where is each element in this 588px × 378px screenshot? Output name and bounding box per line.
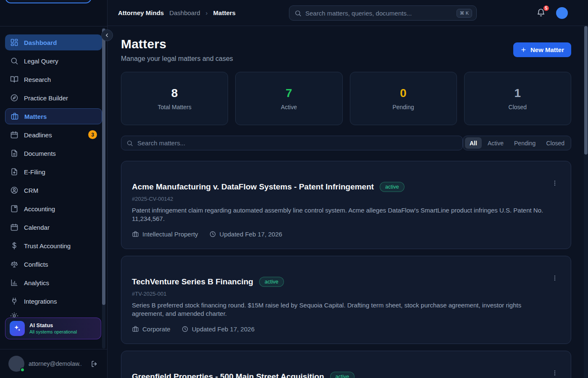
logout-button[interactable] bbox=[91, 360, 99, 368]
stat-card-closed: 1 Closed bbox=[464, 72, 571, 125]
book-open-icon bbox=[10, 75, 18, 84]
filter-tab-closed[interactable]: Closed bbox=[541, 137, 569, 149]
scales-icon bbox=[10, 260, 18, 268]
deadlines-count-badge: 3 bbox=[88, 130, 97, 139]
global-search-input[interactable] bbox=[305, 10, 453, 17]
stat-card-pending: 0 Pending bbox=[350, 72, 457, 125]
filter-tab-pending[interactable]: Pending bbox=[509, 137, 540, 149]
matter-card[interactable]: Acme Manufacturing v. DataFlow Systems -… bbox=[121, 161, 571, 249]
dollar-icon bbox=[10, 242, 18, 250]
matter-title: Acme Manufacturing v. DataFlow Systems -… bbox=[132, 181, 374, 192]
kebab-icon bbox=[551, 180, 558, 186]
clock-icon bbox=[181, 326, 189, 333]
stat-label: Pending bbox=[392, 104, 414, 110]
updated-date: Updated Feb 17, 2026 bbox=[220, 231, 282, 238]
matter-title: Greenfield Properties - 500 Main Street … bbox=[132, 371, 324, 378]
breadcrumb-dashboard-link[interactable]: Dashboard bbox=[169, 9, 200, 16]
matter-menu-button[interactable] bbox=[549, 272, 561, 284]
filter-tab-active[interactable]: Active bbox=[483, 137, 508, 149]
plug-icon bbox=[10, 297, 18, 305]
briefcase-icon bbox=[132, 231, 139, 238]
updated-date: Updated Feb 17, 2026 bbox=[192, 326, 255, 333]
filter-tab-all[interactable]: All bbox=[465, 137, 482, 149]
practice-area: Intellectual Property bbox=[142, 231, 198, 238]
stat-card-total: 8 Total Matters bbox=[121, 72, 228, 125]
breadcrumb-current: Matters bbox=[213, 9, 236, 16]
plus-icon bbox=[520, 47, 527, 53]
main-scrollbar-thumb[interactable] bbox=[584, 26, 588, 155]
main-content: Matters Manage your legal matters and ca… bbox=[108, 26, 588, 378]
practice-area: Corporate bbox=[142, 326, 171, 333]
kebab-icon bbox=[551, 275, 558, 281]
status-badge: active bbox=[380, 182, 404, 192]
matters-search-input[interactable] bbox=[137, 139, 457, 147]
sidebar-scrollbar-thumb[interactable] bbox=[102, 29, 105, 305]
sidebar-item-matters[interactable]: Matters bbox=[5, 108, 102, 124]
global-search: ⌘ K bbox=[289, 5, 477, 21]
sidebar-item-label: Trust Accounting bbox=[24, 242, 71, 249]
stat-label: Total Matters bbox=[158, 104, 192, 110]
matter-description: Series B preferred stock financing round… bbox=[132, 301, 550, 318]
matter-menu-button[interactable] bbox=[549, 177, 561, 189]
sidebar-item-trust-accounting[interactable]: Trust Accounting bbox=[5, 238, 102, 254]
stat-label: Active bbox=[281, 104, 297, 110]
sidebar-item-analytics[interactable]: Analytics bbox=[5, 275, 102, 291]
sidebar-item-accounting[interactable]: Accounting bbox=[5, 201, 102, 217]
search-shortcut-kbd: ⌘ K bbox=[457, 9, 472, 18]
ai-status-card: AI Status All systems operational bbox=[5, 318, 101, 339]
sidebar-item-dashboard[interactable]: Dashboard bbox=[5, 34, 102, 50]
sidebar-item-deadlines[interactable]: Deadlines 3 bbox=[5, 127, 102, 143]
sidebar-nav: Dashboard Legal Query Research Practice … bbox=[0, 34, 107, 312]
document-icon bbox=[10, 149, 18, 158]
sidebar-item-documents[interactable]: Documents bbox=[5, 145, 102, 161]
filter-row: All Active Pending Closed bbox=[121, 136, 571, 150]
clock-icon bbox=[209, 231, 216, 238]
matter-title: TechVenture Series B Financing bbox=[132, 276, 253, 287]
search-icon bbox=[10, 57, 18, 65]
main-scrollbar[interactable] bbox=[584, 26, 588, 378]
matter-menu-button[interactable] bbox=[549, 367, 561, 378]
logout-icon bbox=[91, 360, 99, 368]
sidebar-item-conflicts[interactable]: Conflicts bbox=[5, 256, 102, 272]
logo-button[interactable] bbox=[5, 0, 92, 3]
sidebar-collapse-button[interactable] bbox=[101, 29, 113, 41]
sidebar-item-practice-builder[interactable]: Practice Builder bbox=[5, 90, 102, 106]
sidebar-item-label: Integrations bbox=[24, 298, 57, 305]
chevron-left-icon bbox=[104, 32, 110, 38]
new-matter-button[interactable]: New Matter bbox=[513, 42, 571, 57]
status-badge: active bbox=[259, 277, 284, 287]
sidebar-item-legal-query[interactable]: Legal Query bbox=[5, 53, 102, 69]
sidebar-item-e-filing[interactable]: E-Filing bbox=[5, 164, 102, 180]
ledger-book-icon bbox=[10, 205, 18, 213]
sidebar-item-label: CRM bbox=[24, 187, 38, 194]
breadcrumb: Attorney Minds Dashboard › Matters bbox=[118, 9, 236, 16]
sidebar-item-integrations[interactable]: Integrations bbox=[5, 293, 102, 309]
user-avatar[interactable] bbox=[8, 356, 24, 372]
matter-card[interactable]: Greenfield Properties - 500 Main Street … bbox=[121, 351, 571, 378]
user-circle-icon bbox=[10, 186, 18, 194]
sidebar-item-label: Dashboard bbox=[24, 39, 57, 46]
bar-chart-icon bbox=[10, 278, 18, 287]
sidebar-item-label: Documents bbox=[24, 150, 56, 157]
status-badge: active bbox=[330, 372, 355, 378]
page-title: Matters bbox=[121, 37, 233, 51]
sidebar-item-label: Conflicts bbox=[24, 261, 48, 268]
notifications-button[interactable]: 5 bbox=[536, 8, 546, 18]
sidebar-item-label: Research bbox=[24, 76, 51, 83]
sidebar-item-crm[interactable]: CRM bbox=[5, 182, 102, 198]
sidebar: Dashboard Legal Query Research Practice … bbox=[0, 0, 108, 378]
matters-list: Acme Manufacturing v. DataFlow Systems -… bbox=[121, 161, 571, 378]
sidebar-item-label: Legal Query bbox=[24, 58, 58, 65]
matter-card[interactable]: TechVenture Series B Financing active #T… bbox=[121, 256, 571, 344]
new-matter-label: New Matter bbox=[530, 46, 564, 53]
sidebar-item-calendar[interactable]: Calendar bbox=[5, 219, 102, 235]
sparkles-icon bbox=[10, 321, 25, 336]
user-email: attorney@demolaw... bbox=[29, 360, 81, 367]
sidebar-item-label: Accounting bbox=[24, 205, 55, 213]
stat-value: 0 bbox=[400, 87, 407, 100]
stat-value: 7 bbox=[286, 87, 292, 100]
sidebar-item-research[interactable]: Research bbox=[5, 71, 102, 87]
stat-card-active: 7 Active bbox=[235, 72, 342, 125]
sidebar-scrollbar[interactable] bbox=[102, 28, 105, 349]
header-avatar[interactable] bbox=[556, 7, 568, 19]
